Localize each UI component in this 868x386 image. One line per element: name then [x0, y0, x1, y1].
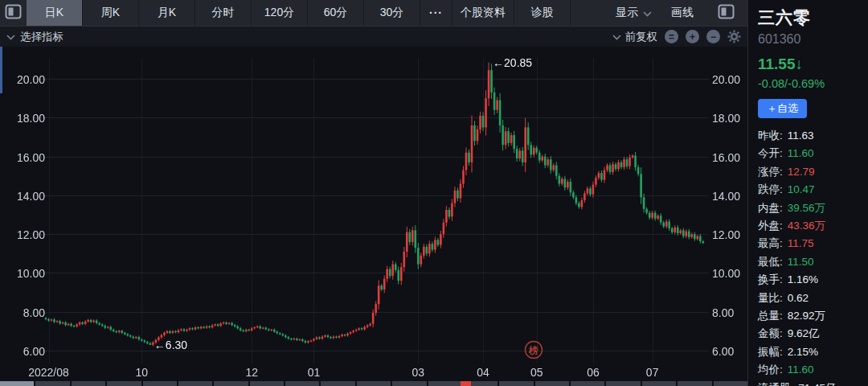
strip-segment[interactable] — [535, 381, 569, 386]
strip-segment[interactable] — [35, 381, 69, 386]
stock-name: 三六零 — [758, 6, 868, 29]
tab-日K[interactable]: 日K — [27, 0, 83, 26]
stat-row: 外盘:43.36万 — [758, 217, 868, 235]
chevron-down-icon — [612, 31, 621, 43]
strip-segment[interactable] — [606, 381, 640, 386]
chevron-down-icon — [6, 31, 15, 43]
adjust-mode-dropdown[interactable]: 前复权 — [612, 30, 658, 44]
indicator-row: 选择指标 前复权 = + − — [0, 27, 747, 47]
stat-label: 最低: — [758, 253, 783, 271]
stat-row: 最高:11.75 — [758, 235, 868, 253]
stat-row: 跌停:10.47 — [758, 181, 868, 199]
stat-row: 金额:9.62亿 — [758, 325, 868, 343]
strip-segment[interactable] — [107, 381, 141, 386]
draw-line-label: 画线 — [671, 6, 694, 20]
stat-value: 82.92万 — [788, 307, 825, 325]
stat-row: 最低:11.50 — [758, 253, 868, 271]
tab-30分[interactable]: 30分 — [364, 0, 420, 26]
stat-value: 10.47 — [788, 181, 815, 199]
tab-120分[interactable]: 120分 — [252, 0, 308, 26]
stat-label: 总量: — [758, 307, 783, 325]
stock-info-sidebar: 三六零 601360 11.55↓ -0.08/-0.69% ＋自选 昨收:11… — [747, 0, 868, 386]
stat-label: 流通股: — [758, 380, 793, 386]
strip-segment[interactable] — [250, 381, 284, 386]
add-watchlist-button[interactable]: ＋自选 — [758, 99, 807, 118]
stat-value: 71.45亿 — [798, 380, 836, 386]
strip-segment[interactable] — [428, 381, 462, 386]
select-indicator-label: 选择指标 — [20, 30, 63, 44]
stat-label: 最高: — [758, 235, 783, 253]
stat-row: 均价:11.60 — [758, 361, 868, 379]
stat-row: 今开:11.60 — [758, 145, 868, 162]
strip-segment[interactable] — [285, 381, 319, 386]
strip-segment[interactable] — [178, 381, 212, 386]
tab-月K[interactable]: 月K — [139, 0, 195, 26]
tab-诊股[interactable]: 诊股 — [514, 0, 571, 26]
strip-segment[interactable] — [714, 381, 747, 386]
stat-label: 涨停: — [758, 163, 783, 181]
strip-segment[interactable] — [357, 381, 391, 386]
stat-row: 换手:1.16% — [758, 271, 868, 289]
left-panel-toggle-button[interactable] — [0, 0, 27, 26]
stat-label: 昨收: — [758, 127, 783, 145]
strip-segment[interactable] — [678, 381, 711, 386]
strip-segment[interactable] — [321, 381, 354, 386]
stat-row: 总量:82.92万 — [758, 307, 868, 325]
stat-label: 内盘: — [758, 199, 783, 217]
right-panel-toggle-button[interactable] — [713, 4, 739, 23]
stat-value: 0.62 — [788, 290, 809, 307]
price-value: 11.55 — [758, 55, 796, 72]
panel-layout-icon — [718, 4, 735, 23]
stat-value: 11.60 — [788, 361, 814, 379]
stat-row: 振幅:2.15% — [758, 343, 868, 361]
stat-value: 39.56万 — [788, 199, 825, 217]
zoom-in-button[interactable]: + — [686, 30, 699, 43]
strip-segment[interactable] — [571, 381, 604, 386]
gear-icon[interactable] — [727, 30, 741, 43]
stat-value: 11.63 — [788, 127, 814, 145]
strip-segment[interactable] — [499, 381, 533, 386]
strip-segment[interactable] — [392, 381, 426, 386]
zoom-out-button[interactable]: − — [706, 30, 720, 43]
chevron-down-icon — [643, 6, 652, 19]
stat-label: 均价: — [758, 361, 783, 379]
adjust-mode-label: 前复权 — [625, 30, 658, 44]
bottom-pane-strip[interactable] — [0, 381, 747, 386]
stat-value: 11.60 — [788, 145, 814, 162]
stat-label: 金额: — [758, 325, 783, 343]
tab-个股资料[interactable]: 个股资料 — [452, 0, 514, 26]
stat-value: 12.79 — [788, 163, 815, 181]
tab-分时[interactable]: 分时 — [195, 0, 252, 26]
stat-label: 今开: — [758, 145, 783, 162]
strip-segment[interactable] — [642, 381, 676, 386]
strip-segment[interactable] — [0, 381, 34, 386]
stat-value: 1.16% — [788, 271, 818, 289]
stat-label: 外盘: — [758, 217, 783, 235]
stat-value: 43.36万 — [788, 217, 825, 235]
strip-segment[interactable] — [72, 381, 105, 386]
tab-周K[interactable]: 周K — [83, 0, 139, 26]
display-label: 显示 — [616, 6, 638, 20]
more-tabs-button[interactable]: ··· — [420, 0, 452, 26]
stat-row: 量比:0.62 — [758, 290, 868, 307]
stat-list: 昨收:11.63今开:11.60涨停:12.79跌停:10.47内盘:39.56… — [758, 127, 868, 386]
stat-label: 换手: — [758, 271, 783, 289]
strip-segment[interactable] — [214, 381, 248, 386]
left-scroll-indicator — [0, 47, 2, 93]
stat-value: 11.50 — [788, 253, 814, 271]
kline-chart-canvas[interactable] — [0, 47, 747, 381]
tab-60分[interactable]: 60分 — [308, 0, 364, 26]
stat-row: 内盘:39.56万 — [758, 199, 868, 217]
select-indicator-dropdown[interactable]: 选择指标 — [6, 30, 63, 44]
zoom-reset-button[interactable]: = — [665, 30, 678, 43]
panel-layout-icon — [5, 4, 22, 23]
stat-label: 量比: — [758, 290, 783, 307]
stock-code: 601360 — [758, 32, 868, 47]
toolbar: 日K周K月K分时120分60分30分···个股资料诊股 显示 画线 — [0, 0, 747, 27]
strip-segment[interactable] — [143, 381, 177, 386]
draw-line-button[interactable]: 画线 — [671, 6, 694, 20]
toolbar-right: 显示 画线 — [616, 0, 747, 26]
stat-value: 2.15% — [788, 343, 818, 361]
display-menu[interactable]: 显示 — [616, 6, 652, 20]
stat-value: 9.62亿 — [788, 325, 820, 343]
